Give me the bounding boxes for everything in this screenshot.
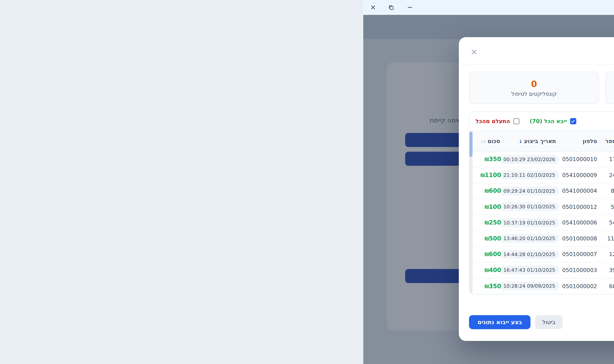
- date-pill: 09:29:24 01/10/2025: [500, 186, 559, 195]
- row-amount-cell: ₪350: [473, 151, 508, 167]
- column-header-amount[interactable]: סכום↑↓: [473, 131, 508, 151]
- row-phone-cell: 0541000009: [561, 167, 602, 183]
- row-number-cell: 39: [602, 262, 614, 278]
- stat-label: קונפליקטים לטיפול: [511, 91, 557, 97]
- row-phone-cell: 0501000003: [561, 262, 602, 278]
- shekel-icon: ₪: [485, 189, 489, 194]
- row-phone-cell: 0501000010: [561, 151, 602, 167]
- row-number-cell: 12: [602, 246, 614, 262]
- shekel-icon: ₪: [485, 252, 489, 257]
- import-confirmation-dialog: אישור ייבוא נתונים 70 תורמים חדשים 0 עדכ…: [459, 37, 614, 341]
- new-donors-list-panel: רשימת תורמים חדשים שייווספו למערכת ייבא …: [469, 111, 614, 294]
- table-row: 100000819 בן לביא הרצליה בן גוריון 17 05…: [473, 151, 614, 167]
- import-all-checkbox[interactable]: ייבא הכל (70): [530, 118, 576, 124]
- row-phone-cell: 0541000004: [561, 183, 602, 199]
- stat-card-conflicts: 0 קונפליקטים לטיפול: [469, 72, 599, 104]
- donors-table-area: ייבא דלג ת.ז. שם פרטי↑↓ שם משפחה↑↓ עיר↑↓…: [469, 130, 614, 294]
- table-row: 100000058 מנחם קולדצקי ירושלים צפניה 5 0…: [473, 199, 614, 215]
- row-phone-cell: 0501000007: [561, 246, 602, 262]
- shekel-icon: ₪: [485, 268, 489, 273]
- column-header-date[interactable]: תאריך ביצוע↓: [508, 131, 561, 151]
- window-controls: [370, 4, 413, 11]
- row-amount-cell: ₪500: [473, 231, 508, 246]
- table-row: 100000827 פיני גרין ראשון לציון ביאליק 1…: [473, 246, 614, 262]
- donors-table: ייבא דלג ת.ז. שם פרטי↑↓ שם משפחה↑↓ עיר↑↓…: [473, 131, 614, 294]
- checkbox-unchecked[interactable]: [513, 118, 519, 124]
- list-header: רשימת תורמים חדשים שייווספו למערכת ייבא …: [469, 112, 614, 130]
- table-scrollbar[interactable]: [469, 131, 473, 294]
- ignore-all-checkbox[interactable]: התעלם מהכל: [476, 118, 519, 124]
- row-phone-cell: 0501000008: [561, 231, 602, 246]
- row-amount-cell: ₪100: [473, 199, 508, 215]
- shekel-icon: ₪: [485, 204, 489, 210]
- window-minimize-button[interactable]: [406, 4, 413, 11]
- import-stats-row: 70 תורמים חדשים 0 עדכונים בטוחים 0 קונפל…: [469, 72, 614, 104]
- row-date-cell: 10:28:24 09/09/2025: [508, 278, 561, 294]
- table-scrollbar-thumb[interactable]: [469, 132, 473, 157]
- stat-value: 0: [531, 79, 537, 89]
- shekel-icon: ₪: [480, 173, 485, 178]
- titlebar: ת"ת ORGANIZER Organizer ת"ת PRO מחובר: [363, 0, 614, 15]
- window-close-button[interactable]: [370, 4, 376, 11]
- row-date-cell: 09:29:24 01/10/2025: [508, 183, 561, 199]
- row-date-cell: 00:10:29 23/02/2026: [508, 151, 561, 167]
- table-row: 100000579 ידידיה טולדנו חולון וייצמן 54 …: [473, 215, 614, 230]
- row-date-cell: 14:44:28 01/10/2025: [508, 246, 561, 262]
- row-amount-cell: ₪600: [473, 246, 508, 262]
- app-window: ת"ת ORGANIZER Organizer ת"ת PRO מחובר תו…: [363, 0, 614, 364]
- row-amount-cell: ₪600: [473, 183, 508, 199]
- column-header-number[interactable]: מספר: [602, 131, 614, 151]
- table-row: 100000082 בני אסולין הרצליה יגאל אלון 39…: [473, 262, 614, 278]
- execute-import-button[interactable]: בצע ייבוא נתונים: [469, 315, 530, 329]
- row-amount-cell: ₪1100: [473, 167, 508, 183]
- footer-buttons: ביטול בצע ייבוא נתונים: [469, 315, 562, 329]
- row-date-cell: 13:46:20 01/10/2025: [508, 231, 561, 246]
- sort-desc-icon[interactable]: ↓: [519, 139, 523, 144]
- row-number-cell: 24: [602, 167, 614, 183]
- row-number-cell: 68: [602, 278, 614, 294]
- date-pill: 10:28:24 09/09/2025: [500, 281, 559, 290]
- close-icon[interactable]: [470, 48, 478, 56]
- row-date-cell: 21:10:11 02/10/2025: [508, 167, 561, 183]
- table-row: 100000611 דוד פרידמן בני ברק רמב"ם 8 054…: [473, 183, 614, 199]
- row-amount-cell: ₪400: [473, 262, 508, 278]
- window-restore-button[interactable]: [388, 4, 395, 11]
- shekel-icon: ₪: [485, 236, 489, 242]
- shekel-icon: ₪: [485, 220, 489, 226]
- date-pill: 10:37:19 01/10/2025: [500, 218, 559, 227]
- row-phone-cell: 0501000002: [561, 278, 602, 294]
- cancel-button[interactable]: ביטול: [535, 315, 562, 329]
- row-date-cell: 10:26:30 01/10/2025: [508, 199, 561, 215]
- row-date-cell: 16:47:43 01/10/2025: [508, 262, 561, 278]
- date-pill: 21:10:11 02/10/2025: [500, 170, 559, 180]
- dialog-header: אישור ייבוא נתונים: [459, 37, 614, 65]
- row-phone-cell: 0541000006: [561, 215, 602, 230]
- row-date-cell: 10:37:19 01/10/2025: [508, 215, 561, 230]
- row-number-cell: 112: [602, 231, 614, 246]
- row-number-cell: 54: [602, 215, 614, 230]
- row-phone-cell: 0501000012: [561, 199, 602, 215]
- ignore-all-label: התעלם מהכל: [476, 118, 510, 124]
- row-number-cell: 5: [602, 199, 614, 215]
- shekel-icon: ₪: [485, 284, 489, 289]
- row-number-cell: 17: [602, 151, 614, 167]
- column-label: תאריך ביצוע: [524, 138, 556, 144]
- checkbox-checked[interactable]: [570, 118, 576, 124]
- list-controls: ייבא הכל (70) התעלם מהכל: [476, 118, 576, 124]
- import-all-label: ייבא הכל (70): [530, 118, 567, 124]
- date-pill: 14:44:28 01/10/2025: [500, 250, 559, 259]
- date-pill: 00:10:29 23/02/2026: [500, 155, 559, 164]
- table-row: 100000363 שלום סויסה ירושלים שמגר 24 054…: [473, 167, 614, 183]
- table-row: 100000645 אביגדור רוטשטיין פתח תקווה הרצ…: [473, 278, 614, 294]
- shekel-icon: ₪: [485, 157, 489, 162]
- row-amount-cell: ₪250: [473, 215, 508, 230]
- row-amount-cell: ₪350: [473, 278, 508, 294]
- table-header-row: ייבא דלג ת.ז. שם פרטי↑↓ שם משפחה↑↓ עיר↑↓…: [473, 131, 614, 151]
- date-pill: 13:46:20 01/10/2025: [500, 234, 559, 243]
- column-label: סכום: [488, 138, 500, 144]
- column-header-phone[interactable]: טלפון: [561, 131, 602, 151]
- stat-card-safe-updates: 0 עדכונים בטוחים: [605, 72, 614, 104]
- sort-icon[interactable]: ↑↓: [481, 140, 486, 144]
- dialog-footer: סה"כ 70 רשומות מסומנות לייבוא מתוך 70 בי…: [459, 315, 614, 341]
- date-pill: 10:26:30 01/10/2025: [500, 202, 559, 211]
